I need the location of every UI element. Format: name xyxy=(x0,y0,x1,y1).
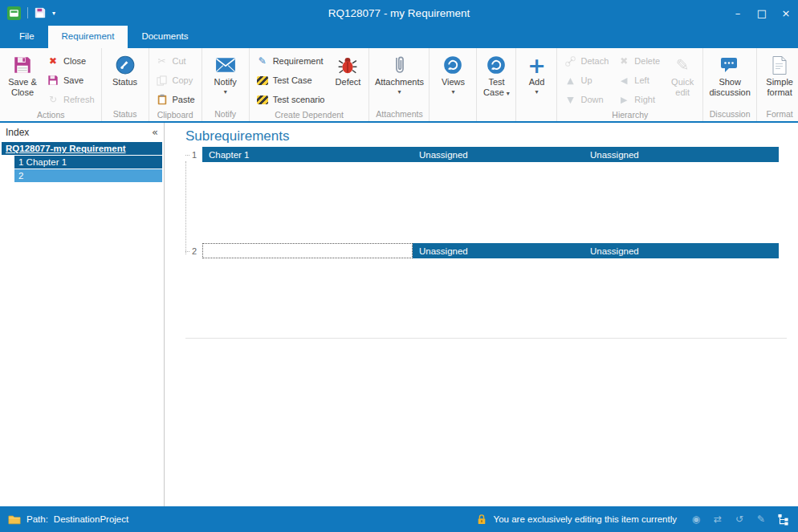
refresh-button[interactable]: ↻ Refresh xyxy=(43,90,99,109)
test-case-button[interactable]: Test Case ▾ xyxy=(479,50,513,109)
subrequirement-row-1[interactable]: 1 Chapter 1 Unassigned Unassigned xyxy=(186,147,779,162)
group-label-format: Format xyxy=(759,108,798,121)
test-case-label: Test Case xyxy=(483,77,504,97)
row-status-cell-2[interactable]: Unassigned xyxy=(584,243,779,258)
delete-button[interactable]: ✖ Delete xyxy=(613,51,664,71)
save-button[interactable]: Save xyxy=(43,71,99,90)
quick-edit-button[interactable]: ✎ Quick edit xyxy=(665,50,700,109)
paste-button[interactable]: Paste xyxy=(152,90,199,109)
show-discussion-button[interactable]: Show discussion xyxy=(706,50,754,108)
exclusive-edit-message: You are exclusively editing this item cu… xyxy=(494,514,677,524)
show-discussion-label: Show discussion xyxy=(706,77,754,98)
quick-access-separator xyxy=(27,7,28,18)
defect-label: Defect xyxy=(336,77,361,87)
status-info-icon[interactable]: ◉ xyxy=(689,512,703,526)
notify-label: Notify xyxy=(214,77,237,87)
tree-item-chapter-1[interactable]: 1 Chapter 1 xyxy=(14,156,162,169)
cut-button[interactable]: ✂ Cut xyxy=(152,51,199,71)
attachments-button[interactable]: Attachments ▾ xyxy=(372,50,426,108)
status-bar: Path: DestinationProject You are exclusi… xyxy=(0,506,798,532)
refresh-icon: ↻ xyxy=(47,94,59,105)
status-label: Status xyxy=(112,77,137,87)
row-status-cell-1[interactable]: Unassigned xyxy=(413,243,584,258)
notify-caret-icon: ▾ xyxy=(224,88,227,95)
folder-icon xyxy=(8,514,21,525)
move-left-button[interactable]: ◀ Left xyxy=(613,71,664,90)
plus-icon: + xyxy=(527,53,546,77)
tree-item-2[interactable]: 2 xyxy=(14,169,162,182)
detach-button[interactable]: Detach xyxy=(560,51,613,71)
notify-button[interactable]: Notify ▾ xyxy=(205,50,246,108)
create-test-case-label: Test Case xyxy=(273,75,312,85)
index-tree: RQ128077-my Requirement 1 Chapter 1 2 xyxy=(0,142,164,182)
views-caret-icon: ▾ xyxy=(451,88,454,95)
create-defect-button[interactable]: Defect xyxy=(329,50,366,109)
app-icon[interactable] xyxy=(7,6,21,20)
save-and-close-label: Save & Close xyxy=(3,77,42,98)
attachments-label: Attachments xyxy=(375,77,424,87)
envelope-icon xyxy=(215,53,236,77)
add-label: Add xyxy=(529,77,545,87)
subrequirement-row-2[interactable]: 2 Unassigned Unassigned xyxy=(186,243,779,258)
attachments-caret-icon: ▾ xyxy=(397,88,401,95)
paste-icon xyxy=(156,94,169,105)
ribbon-group-create-dependent: ✎ Requirement Test Case Test scenario xyxy=(250,48,370,121)
tree-item-root[interactable]: RQ128077-my Requirement xyxy=(2,142,162,155)
views-button[interactable]: Views ▾ xyxy=(432,50,474,109)
ribbon-group-discussion: Show discussion Discussion xyxy=(703,48,757,121)
row-number: 2 xyxy=(186,246,202,256)
add-button[interactable]: + Add ▾ xyxy=(519,50,554,109)
group-label-hierarchy: Hierarchy xyxy=(560,109,700,121)
paste-label: Paste xyxy=(173,95,195,104)
subrequirements-panel: Subrequirements 1 Chapter 1 Unassigned U… xyxy=(165,123,798,506)
collapse-panel-icon[interactable]: « xyxy=(152,126,158,138)
tab-file[interactable]: File xyxy=(6,26,48,48)
quick-access-caret-icon[interactable]: ▾ xyxy=(52,10,55,17)
row-status-cell-2[interactable]: Unassigned xyxy=(584,147,779,162)
group-label-discussion: Discussion xyxy=(706,108,754,121)
row-number: 1 xyxy=(186,150,202,160)
document-icon xyxy=(772,53,788,77)
status-button[interactable]: Status xyxy=(104,50,146,108)
move-left-label: Left xyxy=(634,75,649,85)
tab-documents[interactable]: Documents xyxy=(128,26,202,48)
move-up-button[interactable]: ▲ Up xyxy=(560,71,613,90)
minimize-button[interactable]: – xyxy=(726,0,750,26)
quick-edit-label: Quick edit xyxy=(665,77,700,98)
simple-format-button[interactable]: Simple format xyxy=(759,50,798,108)
arrow-left-icon: ◀ xyxy=(617,75,630,86)
move-down-button[interactable]: ▼ Down xyxy=(560,90,613,109)
window-title: RQ128077 - my Requirement xyxy=(0,7,798,19)
row-status-cell-1[interactable]: Unassigned xyxy=(413,147,584,162)
status-history-icon[interactable]: ↺ xyxy=(732,512,747,526)
views-circle-icon xyxy=(442,53,463,77)
close-button[interactable]: ✖ Close xyxy=(43,51,99,71)
save-and-close-button[interactable]: Save & Close xyxy=(3,50,42,109)
tab-requirement[interactable]: Requirement xyxy=(48,26,128,48)
move-right-label: Right xyxy=(634,95,655,104)
create-test-case-button[interactable]: Test Case xyxy=(252,71,329,90)
quick-save-icon[interactable] xyxy=(35,7,46,18)
row-title-cell[interactable]: Chapter 1 xyxy=(202,147,413,162)
app-window: ▾ RQ128077 - my Requirement – □ × File R… xyxy=(0,0,798,532)
ribbon-group-views: Views ▾ xyxy=(430,48,477,121)
maximize-button[interactable]: □ xyxy=(750,0,774,26)
group-label-status: Status xyxy=(104,108,146,121)
requirement-pen-icon: ✎ xyxy=(256,55,269,67)
group-label-actions: Actions xyxy=(3,109,99,121)
status-share-icon[interactable]: ⇄ xyxy=(710,512,725,526)
copy-button[interactable]: Copy xyxy=(152,71,199,90)
create-requirement-button[interactable]: ✎ Requirement xyxy=(252,51,329,71)
create-requirement-label: Requirement xyxy=(273,56,324,66)
test-case-circle-icon xyxy=(486,53,507,77)
group-label-clipboard: Clipboard xyxy=(152,109,199,121)
move-right-button[interactable]: ▶ Right xyxy=(613,90,664,109)
close-window-button[interactable]: × xyxy=(774,0,798,26)
status-hierarchy-icon[interactable] xyxy=(776,512,790,526)
status-edit-icon[interactable]: ✎ xyxy=(754,512,768,526)
create-test-scenario-button[interactable]: Test scenario xyxy=(252,90,329,109)
copy-icon xyxy=(156,75,169,86)
simple-format-label: Simple format xyxy=(759,77,798,98)
test-scenario-icon xyxy=(256,95,269,104)
row-title-edit-field[interactable] xyxy=(202,243,413,258)
